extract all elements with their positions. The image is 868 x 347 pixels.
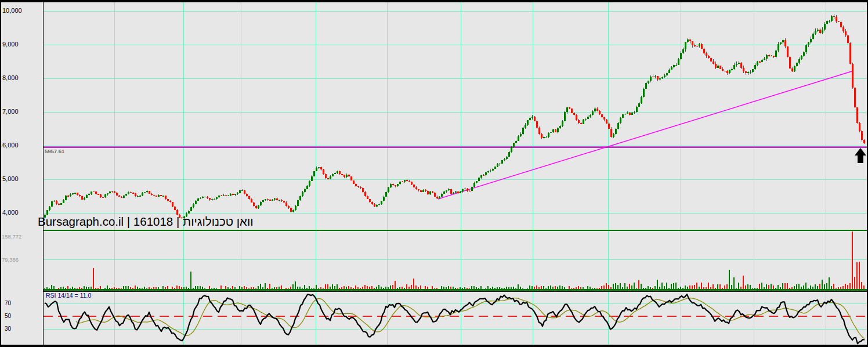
price-axis-label-4000: 4,000	[2, 209, 19, 216]
price-axis-label-5000: 5,000	[2, 176, 19, 182]
watermark-text: Bursagraph.co.il | 161018 | וואן טכנולוג…	[38, 216, 254, 228]
volume-axis-label-158772: 158,772	[2, 234, 21, 240]
rsi-axis-label-70: 70	[5, 301, 11, 306]
bursagraph-chart: 10,000 9,000 8,000 7,000 6,000 5,000 4,0…	[0, 0, 868, 347]
rsi-axis-label-50: 50	[5, 313, 11, 319]
price-axis-label-6000: 6,000	[2, 142, 19, 149]
price-axis-label-9000: 9,000	[2, 41, 19, 48]
price-axis-label-7000: 7,000	[2, 109, 19, 115]
up-arrow-annotation	[855, 148, 866, 163]
rsi-axis-label-30: 30	[5, 326, 11, 332]
volume-axis-label-79386: 79,386	[2, 257, 19, 263]
price-axis-label-10000: 10,000	[2, 8, 22, 14]
chart-canvas	[0, 0, 868, 347]
price-axis-label-8000: 8,000	[2, 75, 19, 81]
rsi-indicator-title: RSI 14/14 = 11.0	[46, 292, 91, 299]
last-price-line-label: 5957.61	[45, 149, 64, 154]
